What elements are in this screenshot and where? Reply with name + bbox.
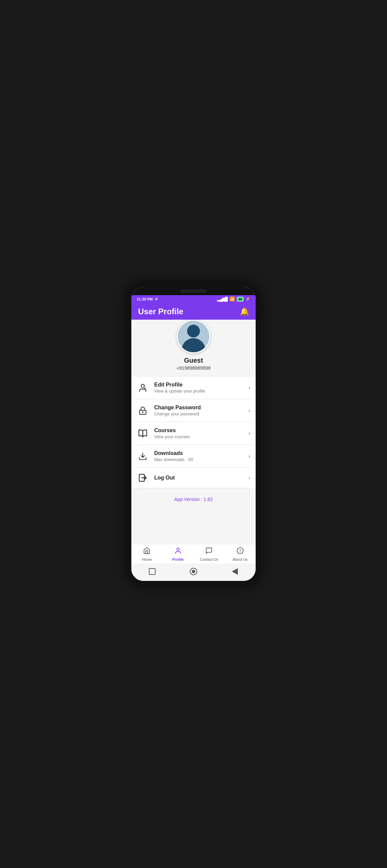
logout-icon — [137, 473, 149, 483]
nav-item-about-us[interactable]: About Us — [225, 547, 256, 561]
logout-text: Log Out — [154, 475, 243, 481]
downloads-subtitle: Max downloads : 50 — [154, 457, 243, 462]
triangle-icon — [232, 568, 238, 575]
courses-subtitle: View your courses — [154, 434, 243, 439]
svg-point-2 — [143, 412, 143, 412]
courses-arrow: › — [248, 431, 250, 436]
avatar-head — [187, 325, 200, 338]
content-spacer — [131, 510, 256, 544]
svg-point-0 — [141, 384, 144, 387]
edit-profile-title: Edit Profile — [154, 382, 243, 388]
courses-icon — [137, 429, 149, 438]
status-bar: 11:30 PM ⊖ ▂▄▆█ 📶 96 ⚡ — [131, 295, 256, 303]
content-area: Edit Profile View & update your profile … — [131, 376, 256, 544]
menu-item-edit-profile[interactable]: Edit Profile View & update your profile … — [131, 376, 256, 399]
profile-section: Guest +919898989898 — [131, 320, 256, 376]
status-left: 11:30 PM ⊖ — [137, 297, 157, 301]
signal-icon: ▂▄▆█ — [217, 297, 228, 302]
menu-item-courses[interactable]: Courses View your courses › — [131, 422, 256, 444]
change-password-arrow: › — [248, 408, 250, 414]
home-button[interactable] — [189, 567, 198, 576]
nav-item-contact-us[interactable]: Contact Us — [194, 547, 225, 561]
edit-profile-text: Edit Profile View & update your profile — [154, 382, 243, 394]
status-right: ▂▄▆█ 📶 96 ⚡ — [217, 297, 250, 302]
change-password-text: Change Password Change your password — [154, 405, 243, 416]
courses-text: Courses View your courses — [154, 428, 243, 439]
nav-item-profile[interactable]: Profile — [162, 547, 194, 561]
battery-indicator: 96 — [237, 297, 243, 302]
about-label: About Us — [233, 557, 247, 561]
version-section: App Version : 1.82 — [131, 488, 256, 510]
change-password-subtitle: Change your password — [154, 411, 243, 416]
recent-apps-button[interactable] — [147, 567, 157, 576]
notification-button[interactable]: 🔔 — [240, 307, 249, 316]
logout-arrow: › — [248, 475, 250, 481]
square-icon — [149, 568, 155, 575]
contact-icon — [205, 547, 213, 556]
user-phone: +919898989898 — [176, 365, 211, 371]
app-version: App Version : 1.82 — [174, 497, 213, 502]
charging-icon: ⚡ — [245, 297, 250, 301]
home-icon — [143, 547, 150, 556]
user-name: Guest — [184, 356, 203, 364]
wifi-icon: 📶 — [230, 297, 235, 302]
bottom-navigation: Home Profile Contact Us — [131, 544, 256, 563]
avatar-torso — [182, 338, 205, 352]
menu-item-logout[interactable]: Log Out › — [131, 468, 256, 488]
system-navigation — [131, 563, 256, 581]
profile-nav-icon — [174, 547, 182, 556]
about-icon — [237, 547, 244, 556]
edit-profile-arrow: › — [248, 385, 250, 391]
notch — [180, 289, 207, 293]
menu-item-change-password[interactable]: Change Password Change your password › — [131, 399, 256, 422]
courses-title: Courses — [154, 428, 243, 434]
edit-profile-subtitle: View & update your profile — [154, 389, 243, 394]
edit-profile-icon — [137, 383, 149, 393]
home-label: Home — [142, 557, 152, 561]
svg-point-5 — [177, 548, 179, 550]
phone-frame: 11:30 PM ⊖ ▂▄▆█ 📶 96 ⚡ User Profile 🔔 — [128, 284, 259, 584]
contact-label: Contact Us — [200, 557, 218, 561]
circle-icon — [190, 568, 197, 575]
notch-bar — [131, 287, 256, 295]
logout-title: Log Out — [154, 475, 243, 481]
nav-item-home[interactable]: Home — [131, 547, 162, 561]
page-title: User Profile — [138, 307, 183, 316]
downloads-title: Downloads — [154, 450, 243, 456]
back-button[interactable] — [230, 567, 240, 576]
downloads-text: Downloads Max downloads : 50 — [154, 450, 243, 462]
time-display: 11:30 PM — [137, 297, 153, 301]
avatar-body — [178, 325, 209, 352]
downloads-arrow: › — [248, 453, 250, 459]
downloads-icon — [137, 452, 149, 461]
change-password-title: Change Password — [154, 405, 243, 411]
sync-icon: ⊖ — [155, 297, 157, 301]
menu-item-downloads[interactable]: Downloads Max downloads : 50 › — [131, 445, 256, 467]
bell-icon: 🔔 — [240, 307, 249, 316]
lock-icon — [137, 406, 149, 415]
avatar — [177, 320, 210, 353]
profile-label: Profile — [172, 557, 184, 561]
phone-screen: 11:30 PM ⊖ ▂▄▆█ 📶 96 ⚡ User Profile 🔔 — [131, 287, 256, 581]
